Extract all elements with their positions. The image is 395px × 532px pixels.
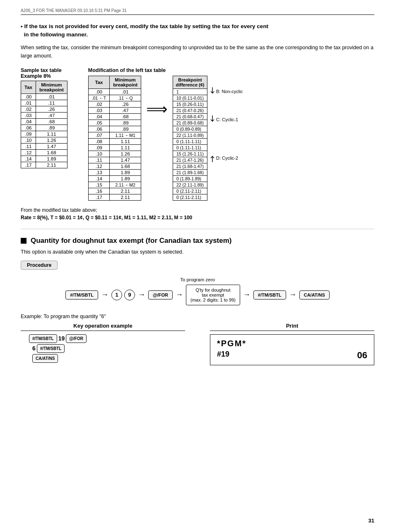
table-row: .02.26	[21, 106, 67, 112]
table-row: 0 (1.11-1.11)	[173, 144, 207, 151]
table-row: .06.89	[88, 126, 141, 132]
table-row: .081.11	[88, 138, 141, 144]
section-heading: Quantity for doughnut tax exempt (for Ca…	[21, 237, 374, 245]
flow-arrow2: →	[138, 290, 145, 299]
flow-top-label: To program zero	[180, 277, 215, 282]
table-row: .172.11	[21, 162, 67, 168]
table-row: .101.26	[88, 151, 141, 157]
subtext: This option is available only when the C…	[21, 249, 374, 255]
table-row: .121.68	[88, 163, 141, 169]
flow-arrow3: →	[176, 290, 183, 299]
example-section: Example: To program the quantity "6" Key…	[21, 314, 374, 365]
table-row: .091.11	[88, 144, 141, 151]
table-row: 21 (0.68-0.47)	[173, 113, 207, 120]
flow-key4: CA/AT/NS	[299, 290, 330, 300]
mod-with-arrow: Tax Minimumbreakpoint .00.01.01 ←T.11 ←Q…	[88, 76, 243, 201]
bullet-heading: • If the tax is not provided for every c…	[21, 22, 374, 39]
flow-arrow4: →	[243, 290, 250, 299]
table-row: .01.11	[21, 100, 67, 106]
table-row: 0 (2.11-2.11)	[173, 188, 207, 194]
mod-tax-table: Tax Minimumbreakpoint .00.01.01 ←T.11 ←Q…	[88, 76, 141, 201]
table-row: 0 (1.89-1.89)	[173, 175, 207, 182]
section-heading-text: Quantity for doughnut tax exempt (for Ca…	[31, 237, 232, 245]
table-row: 21 (0.89-0.68)	[173, 120, 207, 126]
flow-num2: 9	[124, 290, 135, 300]
mod-col-breakpoint: Minimumbreakpoint	[110, 76, 141, 89]
table-row: .05.89	[88, 120, 141, 126]
label-d: D: Cyclic-2	[210, 154, 243, 162]
from-text: From the modified tax table above;	[21, 207, 374, 213]
print-row2: #19 06	[217, 350, 367, 361]
procedure-button[interactable]: Procedure	[21, 261, 58, 270]
mod-section: Modification of the left tax table Tax M…	[88, 67, 243, 201]
intro-text: When setting the tax, consider the minim…	[21, 43, 374, 60]
table-row: .162.11	[88, 188, 141, 194]
table-row: 15 (0.26-0.11)	[173, 101, 207, 107]
key-hash2: #/TM/SBTL	[37, 344, 65, 353]
print-num: #19	[217, 350, 229, 361]
mod-table-body: .00.01.01 ←T.11 ←Q.02.26.03.47.04.68.05.…	[88, 89, 141, 200]
flow-key3: #/TM/SBTL	[253, 290, 286, 300]
label-b: B: Non-cyclic	[210, 87, 243, 96]
header-bar: A206_3 FOR THE MANAGER 09.10.16 5:31 PM …	[21, 8, 374, 15]
flow-arrow1: →	[101, 290, 108, 299]
header-left: A206_3 FOR THE MANAGER 09.10.16 5:31 PM …	[21, 8, 127, 13]
table-row: 1	[173, 89, 207, 95]
table-row: 22 (1.11-0.89)	[173, 132, 207, 138]
sample-table-label: Sample tax table Example 8%	[21, 67, 67, 79]
table-row: .131.89	[88, 169, 141, 175]
table-row: .06.89	[21, 125, 67, 131]
table-row: .091.11	[21, 131, 67, 137]
key-op-header: Key operation example	[21, 323, 185, 331]
flow-box: Q'ty for doughnuttax exempt(max. 2 digit…	[186, 285, 240, 305]
table-row: .111.47	[88, 157, 141, 163]
bp-table-body: 110 (0.11-0.01)15 (0.26-0.11)21 (0.47-0.…	[173, 89, 207, 200]
table-row: .141.89	[21, 156, 67, 162]
key-sequence: #/TM/SBTL 19 @/FOR 6 #/TM/SBTL CA/AT/NS	[21, 334, 185, 363]
sample-table-body: .00.01.01.11.02.26.03.47.04.68.06.89.091…	[21, 93, 67, 168]
key-ca: CA/AT/NS	[32, 354, 58, 363]
table-row: 15 (1.26-1.11)	[173, 151, 207, 157]
breakpoint-table: Breakpointdifference (¢) 110 (0.11-0.01)…	[173, 76, 207, 201]
table-row: 21 (0.47-0.26)	[173, 107, 207, 113]
table-row: 10 (0.11-0.01)	[173, 95, 207, 101]
flow-key1: #/TM/SBTL	[65, 290, 98, 300]
table-row: .172.11	[88, 194, 141, 200]
mod-arrow: ⟹	[146, 101, 168, 118]
tables-section: Sample tax table Example 8% Tax Minimumb…	[21, 67, 374, 201]
label-c: C: Cyclic-1	[210, 115, 243, 124]
key-row-2: 6 #/TM/SBTL	[29, 344, 65, 353]
flow-row: #/TM/SBTL → 1 9 → @/FOR → Q'ty for dough…	[65, 285, 330, 305]
mod-col-tax: Tax	[88, 76, 109, 89]
sample-table-section: Sample tax table Example 8% Tax Minimumb…	[21, 67, 67, 168]
label-d-text: D: Cyclic-2	[216, 156, 238, 161]
table-row: .111.47	[21, 143, 67, 149]
sample-col-breakpoint: Minimumbreakpoint	[36, 81, 67, 93]
key-hash1: #/TM/SBTL	[29, 334, 57, 343]
key-6: 6	[32, 345, 36, 352]
table-row: 0 (1.11-1.11)	[173, 138, 207, 144]
print-header: Print	[210, 323, 374, 331]
arrow-b-icon	[210, 87, 215, 96]
flow-arrow5: →	[289, 290, 296, 299]
key-row-3: CA/AT/NS	[29, 354, 58, 363]
sample-tax-table: Tax Minimumbreakpoint .00.01.01.11.02.26…	[21, 81, 67, 168]
print-display: *PGM* #19 06	[210, 334, 374, 365]
mod-label: Modification of the left tax table	[88, 67, 243, 73]
table-row: .152.11 ←M2	[88, 182, 141, 188]
breakpoint-section: Breakpointdifference (¢) 110 (0.11-0.01)…	[173, 76, 243, 201]
table-row: .101.26	[21, 137, 67, 143]
table-row: 0 (0.89-0.89)	[173, 126, 207, 132]
table-row: .071.11 ←M1	[88, 132, 141, 138]
print-section: Print *PGM* #19 06	[210, 323, 374, 365]
table-row: 21 (1.89-1.68)	[173, 169, 207, 175]
table-row: .00.01	[21, 93, 67, 100]
table-row: .141.89	[88, 175, 141, 182]
table-row: 22 (2.11-1.89)	[173, 182, 207, 188]
print-pgm: *PGM*	[217, 339, 367, 348]
bp-header: Breakpointdifference (¢)	[173, 76, 207, 89]
print-val: 06	[357, 350, 367, 361]
key-19: 19	[58, 335, 65, 342]
label-b-text: B: Non-cyclic	[216, 89, 243, 94]
page-number: 31	[369, 518, 374, 524]
